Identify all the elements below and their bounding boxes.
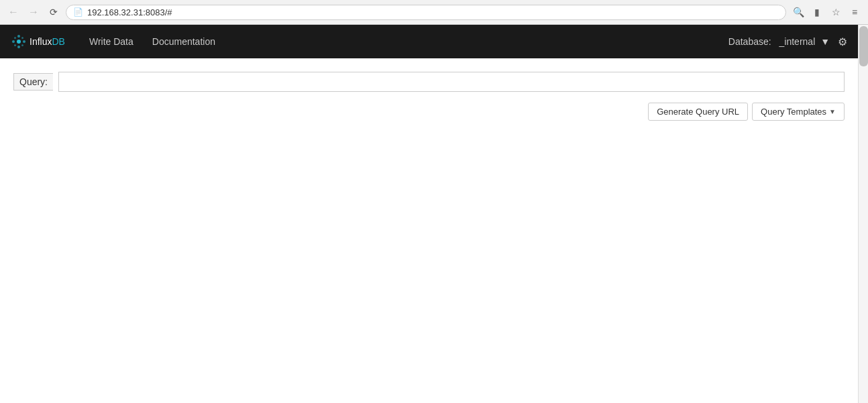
- reload-button[interactable]: ⟳: [46, 4, 62, 20]
- page-icon: 📄: [73, 7, 83, 17]
- cast-button[interactable]: ▮: [809, 4, 825, 20]
- query-label: Query:: [13, 73, 53, 91]
- page-content: InfluxDB Write Data Documentation Databa…: [0, 25, 858, 403]
- app-navbar: InfluxDB Write Data Documentation Databa…: [0, 25, 858, 58]
- database-label: Database:: [728, 36, 771, 47]
- buttons-row: Generate Query URL Query Templates ▼: [13, 103, 845, 121]
- navbar-brand: InfluxDB: [11, 34, 65, 50]
- menu-button[interactable]: ≡: [847, 4, 863, 20]
- back-button[interactable]: ←: [5, 4, 21, 20]
- write-data-link[interactable]: Write Data: [81, 31, 142, 52]
- settings-icon[interactable]: ⚙: [838, 36, 847, 48]
- svg-point-1: [17, 35, 20, 38]
- svg-point-2: [17, 46, 20, 48]
- generate-query-url-label: Generate Query URL: [657, 107, 739, 117]
- navbar-right: Database: _internal ▼ ⚙: [728, 36, 847, 48]
- documentation-link[interactable]: Documentation: [144, 31, 223, 52]
- generate-query-url-button[interactable]: Generate Query URL: [648, 103, 748, 121]
- database-selector[interactable]: Database: _internal ▼: [728, 36, 830, 47]
- query-templates-button[interactable]: Query Templates ▼: [752, 103, 845, 121]
- browser-toolbar: ← → ⟳ 📄 🔍 ▮ ☆ ≡: [0, 0, 868, 24]
- logo-icon: [11, 34, 27, 50]
- svg-point-3: [12, 40, 15, 43]
- query-templates-label: Query Templates: [761, 107, 826, 117]
- influxdb-logo: InfluxDB: [11, 34, 65, 50]
- svg-point-0: [17, 40, 21, 44]
- brand-name: InfluxDB: [30, 36, 65, 47]
- svg-point-5: [14, 37, 16, 39]
- svg-point-4: [23, 40, 25, 43]
- address-bar[interactable]: [87, 7, 779, 17]
- chevron-down-icon: ▼: [829, 108, 836, 115]
- main-content: Query: Generate Query URL Query Template…: [0, 58, 858, 394]
- brand-db: DB: [52, 36, 64, 47]
- bookmark-button[interactable]: ☆: [828, 4, 844, 20]
- nav-links: Write Data Documentation: [81, 31, 223, 52]
- query-row: Query:: [13, 72, 845, 92]
- browser-chrome: ← → ⟳ 📄 🔍 ▮ ☆ ≡: [0, 0, 868, 25]
- scrollbar-thumb[interactable]: [859, 26, 868, 66]
- brand-influx: Influx: [30, 36, 52, 47]
- svg-point-8: [21, 44, 23, 46]
- scrollbar-track[interactable]: [858, 25, 868, 403]
- query-input[interactable]: [58, 72, 845, 92]
- browser-actions: 🔍 ▮ ☆ ≡: [790, 4, 863, 20]
- forward-button[interactable]: →: [25, 4, 42, 20]
- search-button[interactable]: 🔍: [790, 4, 806, 20]
- address-bar-container: 📄: [66, 5, 786, 20]
- database-value: _internal: [779, 36, 816, 47]
- page-wrapper: InfluxDB Write Data Documentation Databa…: [0, 25, 868, 403]
- svg-point-6: [21, 37, 23, 39]
- svg-point-7: [14, 44, 16, 46]
